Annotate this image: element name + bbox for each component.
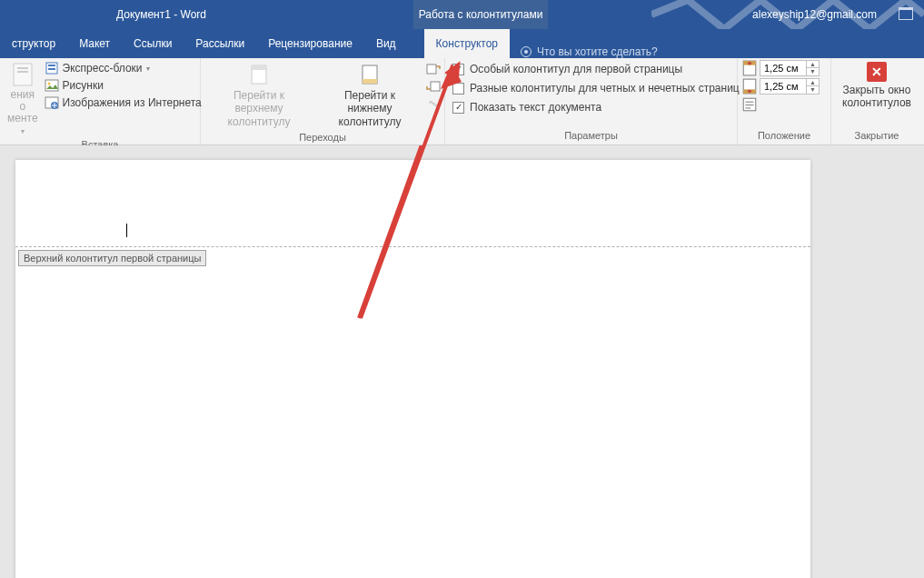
tab-review[interactable]: Рецензирование <box>256 29 364 58</box>
tell-me-search[interactable]: Что вы хотите сделать? <box>510 45 669 58</box>
spin-down-icon[interactable]: ▼ <box>807 68 819 75</box>
svg-rect-5 <box>48 68 55 70</box>
show-document-text-label: Показать текст документа <box>470 101 601 114</box>
svg-rect-14 <box>427 65 436 74</box>
svg-rect-2 <box>17 71 28 73</box>
close-header-footer-button[interactable]: ✕ Закрыть окно колонтитулов <box>839 60 915 126</box>
goto-footer-button[interactable]: Перейти к нижнему колонтитулу <box>317 60 422 128</box>
group-navigation: Перейти к верхнему колонтитулу Перейти к… <box>201 58 445 144</box>
svg-point-7 <box>47 83 50 85</box>
spin-up-icon[interactable]: ▲ <box>807 61 819 68</box>
group-options: Особый колонтитул для первой страницы Ра… <box>445 58 738 144</box>
document-info-button: ения о менте ▾ <box>4 60 42 135</box>
svg-rect-23 <box>746 107 751 108</box>
picture-icon <box>45 78 59 93</box>
tab-constructor-truncated[interactable]: структор <box>0 29 67 58</box>
ribbon-tabs: структор Макет Ссылки Рассылки Рецензиро… <box>0 29 924 58</box>
link-icon <box>426 96 441 111</box>
svg-rect-0 <box>14 64 32 85</box>
group-label-position: Положение <box>738 128 830 144</box>
online-pictures-button[interactable]: Изображения из Интернета <box>42 95 204 111</box>
tab-references[interactable]: Ссылки <box>122 29 184 58</box>
spin-down-icon[interactable]: ▼ <box>807 86 819 94</box>
group-insert: ения о менте ▾ Экспресс-блоки ▾ Рисунки … <box>0 58 201 144</box>
goto-header-button: Перейти к верхнему колонтитулу <box>204 60 313 128</box>
odd-even-pages-checkbox[interactable] <box>452 83 464 95</box>
svg-rect-21 <box>746 102 754 103</box>
header-distance-input[interactable]: ▲▼ <box>760 60 820 76</box>
ribbon: ения о менте ▾ Экспресс-блоки ▾ Рисунки … <box>0 58 924 145</box>
header-section-tag: Верхний колонтитул первой страницы <box>18 250 206 266</box>
svg-rect-6 <box>45 80 58 91</box>
lightbulb-icon <box>521 46 532 57</box>
align-tab-icon[interactable] <box>741 96 758 113</box>
tab-view[interactable]: Вид <box>364 29 408 58</box>
pictures-button[interactable]: Рисунки <box>42 77 204 94</box>
text-cursor <box>126 224 127 237</box>
user-email: alexeyship12@gmail.com <box>752 8 877 21</box>
document-title: Документ1 - Word <box>116 8 206 21</box>
svg-rect-1 <box>17 67 28 69</box>
different-first-page-label: Особый колонтитул для первой страницы <box>470 63 682 75</box>
svg-rect-4 <box>48 65 55 66</box>
group-close: ✕ Закрыть окно колонтитулов Закрытие <box>831 58 922 144</box>
svg-rect-15 <box>431 82 440 91</box>
svg-rect-11 <box>252 65 266 70</box>
svg-rect-13 <box>363 79 377 84</box>
quick-parts-button[interactable]: Экспресс-блоки ▾ <box>42 60 204 76</box>
tab-layout[interactable]: Макет <box>67 29 122 58</box>
title-bar: Документ1 - Word Работа с колонтитулами … <box>0 0 924 29</box>
group-position: ▲▼ ▲▼ Положение <box>738 58 831 144</box>
tell-me-placeholder: Что вы хотите сделать? <box>537 45 658 58</box>
document-page[interactable]: Верхний колонтитул первой страницы <box>15 160 810 578</box>
online-pictures-icon <box>45 95 59 110</box>
show-document-text-checkbox[interactable] <box>452 102 464 114</box>
group-label-navigation: Переходы <box>201 130 444 144</box>
close-icon: ✕ <box>867 62 887 82</box>
link-previous-icon[interactable] <box>426 62 441 76</box>
contextual-tab-label: Работа с колонтитулами <box>413 0 548 29</box>
footer-distance-input[interactable]: ▲▼ <box>760 78 820 95</box>
header-boundary-line <box>15 246 810 247</box>
spin-up-icon[interactable]: ▲ <box>807 79 819 86</box>
svg-rect-22 <box>746 105 754 105</box>
odd-even-pages-label: Разные колонтитулы для четных и нечетных… <box>470 82 740 95</box>
tab-mailings[interactable]: Рассылки <box>184 29 256 58</box>
different-first-page-checkbox[interactable] <box>452 64 464 75</box>
group-label-options: Параметры <box>445 128 737 144</box>
group-label-close: Закрытие <box>831 128 922 144</box>
quick-parts-icon <box>45 61 59 75</box>
header-from-top-icon <box>741 60 758 76</box>
footer-from-bottom-icon <box>741 78 758 95</box>
link-next-icon[interactable] <box>426 79 441 94</box>
document-canvas[interactable]: Верхний колонтитул первой страницы <box>0 145 924 578</box>
window-maximize-icon[interactable] <box>899 7 913 20</box>
tab-design-active[interactable]: Конструктор <box>424 29 510 58</box>
